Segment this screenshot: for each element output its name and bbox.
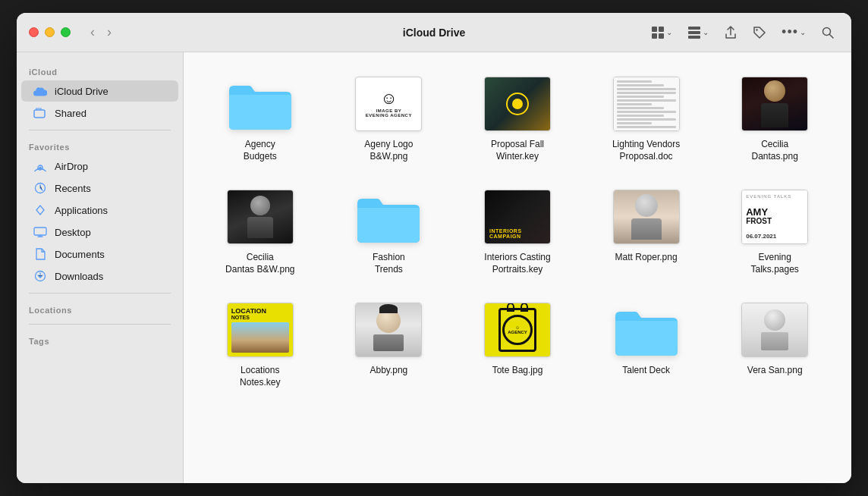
close-button[interactable] [29,27,39,37]
forward-button[interactable]: › [102,23,116,42]
tote-bg: ☺AGENCY [485,303,550,356]
finder-window: ‹ › iCloud Drive ⌄ [17,13,851,483]
loc-img [231,322,289,353]
nav-buttons: ‹ › [86,23,116,42]
file-thumb-talent-deck [609,300,684,360]
locations-bg: LOCATION NOTES [228,303,293,356]
file-item-lighting-vendors[interactable]: PROPOSAL Lighting VendorsProposal.doc [585,67,708,168]
file-name-tote-bag: Tote Bag.jpg [492,365,543,377]
content-area: AgencyBudgets ☺ IMAGE BY EVENING AGENCY [184,52,851,483]
view-grid-button[interactable]: ⌄ [646,23,677,42]
preview-locations-notes: LOCATION NOTES [227,303,294,357]
svg-rect-10 [34,110,45,118]
sidebar-divider-2 [29,293,171,294]
file-item-locations-notes[interactable]: LOCATION NOTES LocationsNotes.key [199,294,322,394]
file-name-matt-roper: Matt Roper.png [615,252,678,264]
svg-rect-5 [688,31,700,34]
file-item-talent-deck[interactable]: Talent Deck [585,294,708,394]
toolbar-right: ⌄ ⌄ [646,21,839,43]
sidebar-item-applications[interactable]: Applications [21,199,178,221]
sidebar-item-shared[interactable]: Shared [21,102,178,124]
main-layout: iCloud iCloud Drive Shared [17,52,851,483]
et-date: 06.07.2021 [746,233,804,240]
share-button[interactable] [719,23,742,42]
file-name-cecilia-dantas: CeciliaDantas.png [752,139,798,162]
file-thumb-locations-notes: LOCATION NOTES [222,300,298,360]
svg-rect-1 [659,27,664,32]
folder-icon-fashion [354,190,423,244]
tote-circle: ☺AGENCY [502,315,533,345]
airdrop-icon [33,159,47,173]
minimize-button[interactable] [45,27,55,37]
svg-rect-3 [659,33,664,39]
cloud-icon [33,84,47,98]
sidebar-item-documents[interactable]: Documents [21,243,178,265]
maximize-button[interactable] [61,27,71,37]
file-grid: AgencyBudgets ☺ IMAGE BY EVENING AGENCY [199,67,836,395]
documents-icon [33,247,47,261]
file-item-abby[interactable]: Abby.png [328,294,451,394]
preview-matt-roper [613,190,680,244]
cecilia-bg [742,77,807,130]
file-item-proposal-fw[interactable]: Proposal FallWinter.key [456,67,579,168]
search-button[interactable] [816,23,839,42]
file-item-fashion-trends[interactable]: FashionTrends [328,181,451,281]
sidebar-item-icloud-drive[interactable]: iCloud Drive [21,80,178,102]
browse-button[interactable]: ⌄ [683,23,713,42]
file-name-fashion-trends: FashionTrends [373,252,405,275]
sidebar-item-recents[interactable]: Recents [21,177,178,199]
file-item-interiors[interactable]: INTERIORSCAMPAIGN Interiors CastingPortr… [456,181,579,281]
file-item-vera-san[interactable]: Vera San.png [713,294,836,394]
file-thumb-abby [351,300,426,360]
sidebar-item-desktop[interactable]: Desktop [21,221,178,243]
sidebar-item-desktop-label: Desktop [55,227,91,238]
lv-lines [617,80,676,128]
search-icon [821,26,835,39]
svg-rect-4 [688,27,700,30]
sidebar-item-airdrop-label: AirDrop [55,161,88,172]
file-item-tote-bag[interactable]: ☺AGENCY Tote Bag.jpg [456,294,579,394]
lv-line-10 [617,115,664,117]
tag-button[interactable] [748,23,771,42]
file-item-agency-budgets[interactable]: AgencyBudgets [199,67,322,168]
cecilia-bw-bg [228,190,293,243]
lv-line-3 [617,88,676,90]
file-thumb-matt-roper [609,187,684,247]
recents-icon [33,181,47,195]
et-surname: FROST [746,217,804,225]
file-thumb-agency-budgets [222,74,298,134]
file-thumb-cecilia-bw [222,187,298,247]
file-item-evening-talks[interactable]: EVENING TALKS AMY FROST 06.07.2021 Eveni… [713,181,836,281]
file-item-matt-roper[interactable]: Matt Roper.png [585,181,708,281]
file-name-lighting-vendors: Lighting VendorsProposal.doc [612,139,680,162]
more-button[interactable]: ••• ⌄ [777,21,810,43]
sidebar-item-airdrop[interactable]: AirDrop [21,155,178,177]
et-top: EVENING TALKS [746,194,804,199]
file-name-agency-budgets: AgencyBudgets [244,139,277,162]
lv-line-7 [617,103,653,105]
matt-roper-bg [614,190,679,243]
interiors-bg: INTERIORSCAMPAIGN [485,190,550,243]
vera-bg [742,303,807,356]
file-name-cecilia-bw: CeciliaDantas B&W.png [225,252,294,275]
sidebar-item-shared-label: Shared [55,108,86,119]
icloud-section-label: iCloud [17,61,183,80]
lv-line-13 [617,126,676,128]
sidebar: iCloud iCloud Drive Shared [17,52,184,483]
titlebar: ‹ › iCloud Drive ⌄ [17,13,851,52]
file-name-evening-talks: EveningTalks.pages [751,252,799,275]
back-button[interactable]: ‹ [86,23,99,42]
browse-icon [687,26,701,39]
sidebar-item-downloads[interactable]: Downloads [21,265,178,287]
file-item-cecilia-dantas[interactable]: CeciliaDantas.png [713,67,836,168]
lv-line-11 [617,118,676,121]
svg-point-7 [756,29,757,30]
preview-lighting-vendors: PROPOSAL [613,77,680,131]
loc-subtitle: NOTES [231,315,289,320]
preview-tote-bag: ☺AGENCY [484,303,551,357]
file-item-cecilia-bw[interactable]: CeciliaDantas B&W.png [199,181,322,281]
traffic-lights [29,27,71,37]
sidebar-item-icloud-drive-label: iCloud Drive [55,86,108,97]
file-item-agency-logo[interactable]: ☺ IMAGE BY EVENING AGENCY Ageny LogoB&W.… [328,67,451,168]
et-name: AMY [746,207,804,217]
